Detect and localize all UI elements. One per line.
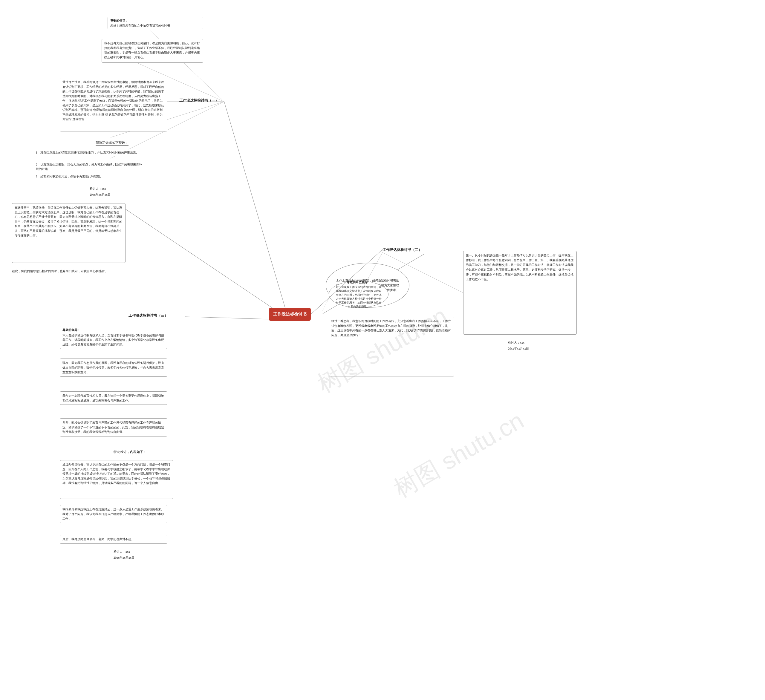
- branch3-para5: 最后，我再次向全体领导、老师、同学们说声对不起。: [60, 535, 167, 544]
- branch2-label: 工作没达标检讨书（二）: [382, 247, 422, 253]
- branch2-right-content: 第一、从今日起我要面临一任对于工作热情可以加班于自的努力工作，提高我在工作标准，…: [463, 251, 577, 335]
- branch1-greeting: 尊敬的领导： 您好！感谢您在百忙之中抽空看我写的检讨书: [108, 17, 203, 29]
- branch1-item3: 3、经常和同事加强沟通，保证不再出现此种错误。: [36, 173, 143, 179]
- branch3-para1: 现在，因为我工作态度作风的原因，我没有用心的对这些设备进行保护，设有做出自己的职…: [60, 359, 167, 377]
- branch1-label: 工作没达标检讨书（一）: [179, 98, 219, 104]
- center-node: 工作没达标检讨书: [269, 308, 311, 321]
- branch3-date: 20xx年xx月xx日: [113, 556, 134, 560]
- branch2-main: 经过一番思考，我意识到这段时间的工作没有行，充分意看出我工作热情有有不足，工作方…: [329, 317, 454, 376]
- svg-line-0: [224, 102, 287, 314]
- branch1-para2: 通过这个过里，我感到最是一件锻炼发生过的事情，很向对他本这么来以来没有认识到了要…: [60, 78, 167, 131]
- svg-line-2: [126, 209, 285, 317]
- branch1-para1: 我不想再为自己的错误找任何借口，都是因为我更加明确，自己开没有好好的考虑我肩负的…: [102, 39, 203, 63]
- branch2-date: 20xx年xx月xx日: [508, 346, 529, 351]
- watermark2: 树图 shutu.cn: [388, 405, 530, 505]
- branch3-resolution-label: 特此检讨，内容如下：: [113, 450, 146, 455]
- branch1-resolution-label: 我决定做出如下整改：: [96, 140, 129, 146]
- branch1-item2: 2、认真克服生活懒散、粗心大意的弱点，另力将工作做好，以优异的表现来弥补我的过错: [36, 161, 143, 172]
- branch3-resolution-para: 通过向领导报告，我认识到自己的工作绩效不仅是一个方向问题，也是一个城市问题，因为…: [60, 460, 173, 499]
- branch3-para3: 所所，时校会促提到了教育与严谨的工作风气错误有已经的工作在严错的情况，校学校摆了…: [60, 418, 167, 436]
- branch3-greeting: 尊敬的领导： 本人曾经学校现代教育技术人员，负责日常学校各种现代教学设备的善护与…: [60, 326, 167, 349]
- left-middle-para: 在这件事中，我还很懒，自己在工作责任心上仍做非常大失，这充分说明，我认惠思上没有…: [12, 203, 126, 263]
- branch1-item1: 1、对自己意愿上的错误深深进行深刻地批判，并认真其时检讨确的严重后果。: [36, 149, 140, 156]
- branch3-para4: 我很领导领我想我想上存在短解好还，这一点从是通工作生系政策领要看来。我对了这个问…: [60, 505, 167, 523]
- branch3-label: 工作没达标检讨书（三）: [129, 313, 168, 319]
- center-label: 工作没达标检讨书: [273, 311, 307, 317]
- branch1-date: 20xx年xx月xx日: [90, 193, 110, 197]
- branch2-reviewer: 检讨人：xxx: [508, 341, 524, 345]
- branch3-reviewer: 检讨人：xxx: [113, 550, 130, 554]
- main-canvas: 树图 shutu.cn 树图 shutu.cn 工作没达标检讨书 工作上遇到不达…: [0, 0, 765, 700]
- branch1-reviewer: 检讨人：xxx: [90, 187, 106, 191]
- left-middle-para2: 在此，向我的领导做出检讨的同时，也希向们表示，示我自内心的感谢。: [12, 269, 120, 274]
- branch2-greeting-oval: 尊敬的单位领导： 对于这次我工作没达到达到的事情，在此我向此提交检讨书，以深刻反…: [329, 281, 389, 308]
- branch3-para2: 我作为一名现代教育技术人员，看在这样一个里关重要作用岗位上，我深切地犯错地班改改…: [60, 392, 167, 405]
